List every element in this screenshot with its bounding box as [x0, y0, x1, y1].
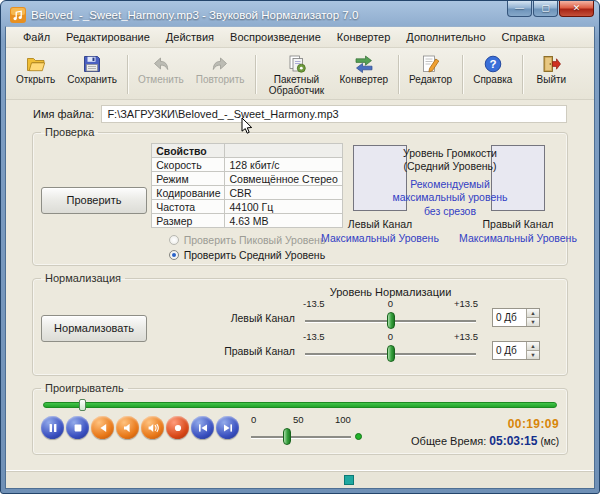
toolbar-batch-processor-label: Пакетный Обработчик [266, 75, 328, 96]
toolbar-help-button[interactable]: ? Справка [467, 51, 518, 88]
slider-scale: -13.5 0 +13.5 [303, 298, 478, 309]
right-db-value[interactable]: 0 Дб [493, 342, 526, 359]
scale-mid: 0 [388, 331, 393, 342]
save-icon [82, 54, 102, 74]
spin-down-icon[interactable]: ▼ [527, 350, 539, 359]
left-channel-spinbox: 0 Дб ▲ ▼ [492, 308, 540, 327]
properties-table: Свойство Скорость 128 кбит/с Режим Совме… [151, 143, 342, 228]
total-time-unit: (мс) [540, 436, 559, 447]
spin-up-icon[interactable]: ▲ [527, 342, 539, 350]
slider-scale: -13.5 0 +13.5 [303, 331, 478, 342]
toolbar-open-button[interactable]: Открыть [10, 51, 61, 88]
radio-peak-label: Проверить Пиковый Уровень [184, 234, 326, 246]
normalization-level-heading: Уровень Нормализации [153, 286, 478, 298]
menu-playback[interactable]: Воспроизведение [222, 28, 329, 46]
seek-handle[interactable] [79, 399, 86, 411]
exit-icon [541, 54, 561, 74]
elapsed-time: 00:19:09 [411, 417, 559, 431]
maximize-button[interactable]: ▢ [533, 1, 558, 17]
stop-button[interactable] [66, 416, 89, 439]
toolbar-help-label: Справка [473, 75, 512, 86]
help-icon: ? [483, 54, 503, 74]
previous-track-button[interactable] [191, 416, 214, 439]
toolbar-redo-label: Повторить [196, 75, 245, 86]
menu-converter[interactable]: Конвертер [329, 28, 398, 46]
window-title: Beloved_-_Sweet_Harmony.mp3 - Звуковой Н… [31, 9, 507, 21]
toolbar-open-label: Открыть [16, 75, 55, 86]
property-name: Частота [152, 200, 225, 214]
volume-level-note: Рекомендуемый максимальный уровень без с… [386, 178, 514, 217]
client-area: Файл Редактирование Действия Воспроизвед… [5, 26, 595, 489]
menu-file[interactable]: Файл [15, 28, 58, 46]
player-group-title: Проигрыватель [41, 382, 128, 394]
table-row: Режим Совмещённое Стерео [152, 172, 342, 186]
rewind-button[interactable] [91, 416, 114, 439]
editor-icon [421, 54, 441, 74]
next-track-button[interactable] [216, 416, 239, 439]
radio-average-level[interactable]: Проверить Средний Уровень [169, 249, 326, 261]
menu-edit[interactable]: Редактирование [58, 28, 158, 46]
right-channel-slider-label: Правый Канал [153, 345, 303, 357]
volume-handle[interactable] [283, 428, 291, 445]
status-indicator [344, 475, 354, 485]
toolbar-redo-button: Повторить [190, 51, 251, 88]
spin-down-icon[interactable]: ▼ [527, 317, 539, 326]
menu-help[interactable]: Справка [494, 28, 553, 46]
toolbar-editor-button[interactable]: Редактор [403, 51, 458, 88]
speaker-button[interactable] [116, 416, 139, 439]
toolbar-separator [522, 55, 523, 94]
status-bar [6, 470, 594, 488]
toolbar-separator [127, 55, 128, 94]
left-max-level-link[interactable]: Максимальный Уровень [321, 232, 439, 244]
seek-track[interactable] [43, 402, 557, 408]
normalize-button[interactable]: Нормализовать [41, 315, 147, 342]
toolbar-separator [255, 55, 256, 94]
left-db-value[interactable]: 0 Дб [493, 309, 526, 326]
left-channel-slider[interactable]: -13.5 0 +13.5 [303, 298, 478, 331]
toolbar-exit-button[interactable]: Выйти [527, 51, 575, 88]
minimize-button[interactable]: — [507, 1, 532, 17]
toolbar-separator [462, 55, 463, 94]
batch-processor-icon [287, 54, 307, 74]
property-name: Скорость [152, 158, 225, 172]
slider-handle[interactable] [387, 345, 395, 362]
slider-handle[interactable] [387, 312, 395, 329]
menu-actions[interactable]: Действия [158, 28, 222, 46]
table-row: Кодирование CBR [152, 186, 342, 200]
titlebar[interactable]: Beloved_-_Sweet_Harmony.mp3 - Звуковой Н… [5, 1, 595, 26]
property-header: Свойство [152, 144, 225, 158]
toolbar-batch-processor-button[interactable]: Пакетный Обработчик [260, 51, 334, 98]
volume-slider[interactable]: 0 50 100 [249, 414, 367, 448]
toolbar-undo-button: Отменить [132, 51, 190, 88]
property-value: 4.63 MB [225, 214, 342, 228]
toolbar-converter-button[interactable]: Конвертер [334, 51, 395, 88]
normalize-group-title: Нормализация [41, 272, 125, 284]
spin-up-icon[interactable]: ▲ [527, 309, 539, 317]
close-button[interactable]: ✕ [559, 1, 594, 17]
player-controls: 0 50 100 00:19:09 Общее Время: 05:03:15 … [41, 415, 559, 450]
seek-bar[interactable] [43, 399, 557, 412]
filename-input[interactable]: F:\ЗАГРУЗКИ\Beloved_-_Sweet_Harmony.mp3 [101, 105, 567, 123]
left-channel-slider-label: Левый Канал [153, 312, 303, 324]
check-group-title: Проверка [41, 126, 98, 138]
converter-icon [354, 54, 374, 74]
pause-button[interactable] [41, 416, 64, 439]
volume-scale-50: 50 [293, 414, 304, 425]
volume-scale-0: 0 [251, 414, 256, 425]
scale-min: -13.5 [303, 331, 325, 342]
right-channel-label: Правый Канал [483, 218, 554, 230]
right-channel-slider[interactable]: -13.5 0 +13.5 [303, 331, 478, 364]
volume-button[interactable] [141, 416, 164, 439]
left-channel-label: Левый Канал [348, 218, 412, 230]
svg-text:?: ? [489, 58, 496, 70]
table-row: Размер 4.63 MB [152, 214, 342, 228]
filename-label: Имя файла: [33, 108, 94, 120]
volume-track[interactable] [251, 436, 351, 438]
right-max-level-link[interactable]: Максимальный Уровень [459, 232, 577, 244]
toolbar-exit-label: Выйти [537, 75, 567, 86]
record-button[interactable] [166, 416, 189, 439]
menu-extras[interactable]: Дополнительно [398, 28, 493, 46]
menu-bar: Файл Редактирование Действия Воспроизвед… [6, 27, 594, 48]
toolbar-save-button[interactable]: Сохранить [61, 51, 123, 88]
check-button[interactable]: Проверить [41, 187, 147, 214]
